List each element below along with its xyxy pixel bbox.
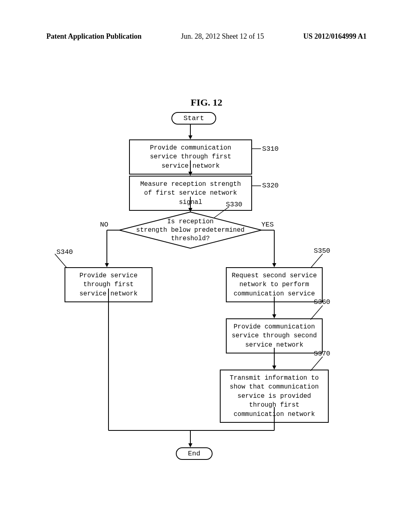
label-s320: S320	[262, 182, 279, 189]
header-right: US 2012/0164999 A1	[303, 32, 367, 41]
s330-line3: threshold?	[171, 235, 210, 242]
arrow-s320-to-s330	[188, 197, 192, 212]
arrow-start-to-s310	[188, 124, 192, 139]
svg-line-9	[214, 207, 229, 218]
leader-s350	[311, 254, 323, 268]
svg-line-17	[311, 254, 323, 268]
header-left: Patent Application Publication	[46, 32, 142, 41]
label-s350: S350	[314, 247, 330, 255]
connector-yes-branch	[261, 230, 276, 267]
header-center: Jun. 28, 2012 Sheet 12 of 15	[181, 32, 264, 41]
svg-marker-22	[272, 366, 276, 370]
terminal-start: Start	[171, 112, 216, 125]
svg-line-23	[311, 357, 323, 371]
label-s360: S360	[314, 298, 330, 306]
terminal-end: End	[176, 447, 213, 460]
branch-yes: YES	[261, 221, 274, 229]
svg-marker-28	[188, 443, 192, 447]
leader-s330	[214, 207, 229, 218]
step-s330: Is reception strength below predetermine…	[133, 218, 248, 243]
leader-s320	[252, 185, 261, 186]
svg-line-16	[55, 254, 67, 268]
label-s330: S330	[226, 201, 242, 208]
arrow-s360-to-s370	[272, 348, 276, 370]
label-s310: S310	[262, 145, 279, 153]
leader-s340	[55, 254, 67, 268]
connector-s370-to-merge	[272, 407, 276, 430]
svg-marker-4	[188, 172, 192, 176]
page-header: Patent Application Publication Jun. 28, …	[0, 0, 413, 41]
arrow-merge-to-end	[188, 430, 192, 447]
flowchart: Start Provide communication service thro…	[0, 108, 413, 479]
leader-s370	[311, 357, 323, 371]
svg-marker-12	[105, 263, 109, 267]
label-s340: S340	[56, 248, 73, 256]
svg-marker-7	[188, 208, 192, 212]
svg-marker-15	[272, 263, 276, 267]
label-s370: S370	[314, 350, 330, 357]
branch-no: NO	[100, 221, 108, 229]
figure-title: FIG. 12	[0, 97, 413, 108]
arrow-s350-to-s360	[272, 297, 276, 318]
arrow-s310-to-s320	[188, 160, 192, 176]
svg-line-20	[311, 305, 323, 320]
connector-s340-to-merge	[106, 289, 111, 430]
leader-s310	[252, 148, 261, 149]
leader-s360	[311, 305, 323, 320]
svg-marker-19	[272, 314, 276, 318]
s330-line2: strength below predetermined	[136, 227, 245, 234]
connector-no-branch	[107, 230, 121, 267]
svg-marker-1	[188, 135, 192, 139]
s330-line1: Is reception	[167, 218, 213, 225]
